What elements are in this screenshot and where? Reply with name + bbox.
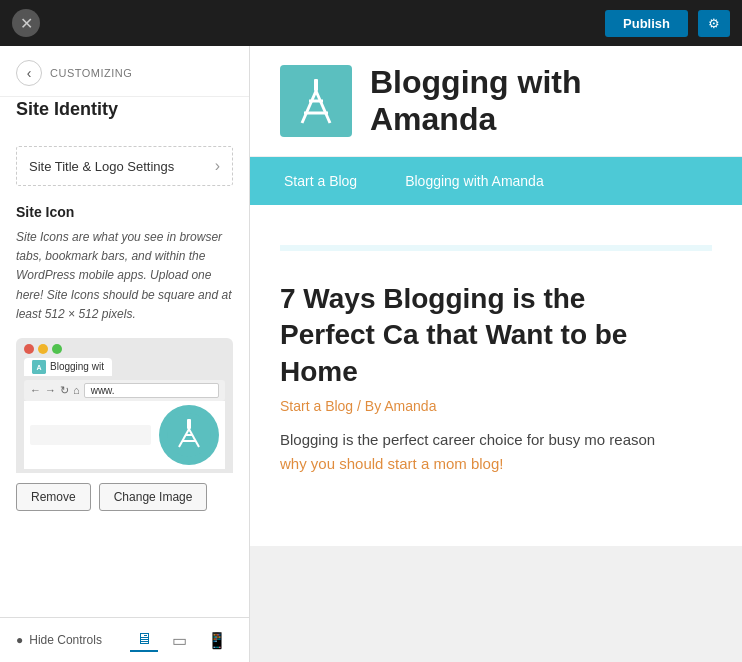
browser-tab-label: Blogging wit [50,361,104,372]
site-title-row-label: Site Title & Logo Settings [29,159,174,174]
close-button[interactable]: ✕ [12,9,40,37]
desktop-view-button[interactable]: 🖥 [130,628,158,652]
browser-nav: ← → ↻ ⌂ www. [24,380,225,401]
change-image-button[interactable]: Change Image [99,483,208,511]
sidebar-title: Site Identity [0,99,249,132]
green-dot [52,344,62,354]
preview-area: Blogging with Amanda Start a Blog Bloggi… [250,46,742,662]
chevron-right-icon: › [215,157,220,175]
browser-tab-favicon: A [32,360,46,374]
yellow-dot [38,344,48,354]
browser-tab-row: A Blogging wit [24,358,225,376]
browser-tab: A Blogging wit [24,358,112,376]
red-dot [24,344,34,354]
nav-item-start-blog[interactable]: Start a Blog [280,173,361,189]
article-card: 7 Ways Blogging is the Perfect Ca that W… [280,251,712,506]
close-icon: ✕ [20,14,33,33]
back-button[interactable]: ‹ [16,60,42,86]
settings-button[interactable]: ⚙ [698,10,730,37]
sidebar-header: ‹ Customizing [0,46,249,97]
browser-mockup: A Blogging wit ← → ↻ ⌂ www. [16,338,233,473]
svg-text:A: A [36,364,41,371]
tower-icon-preview [167,413,211,457]
tablet-view-button[interactable]: ▭ [166,628,193,652]
site-icon-heading: Site Icon [16,204,233,220]
icon-action-buttons: Remove Change Image [16,483,233,511]
home-nav-icon: ⌂ [73,384,80,396]
excerpt-text-start: Blogging is the perfect career choice fo… [280,431,655,448]
refresh-nav-icon: ↻ [60,384,69,397]
back-nav-icon: ← [30,384,41,396]
sidebar-body: Site Title & Logo Settings › Site Icon S… [0,132,249,617]
forward-nav-icon: → [45,384,56,396]
site-icon-preview [159,405,219,465]
nav-item-blogging-amanda[interactable]: Blogging with Amanda [401,173,548,189]
svg-rect-8 [314,79,318,91]
browser-dots [24,344,225,354]
view-modes: 🖥 ▭ 📱 [130,628,233,652]
remove-button[interactable]: Remove [16,483,91,511]
article-excerpt: Blogging is the perfect career choice fo… [280,428,682,476]
top-bar: ✕ Publish ⚙ [0,0,742,46]
hide-controls[interactable]: ● Hide Controls [16,633,102,647]
article-meta: Start a Blog / By Amanda [280,398,682,414]
mobile-icon: 📱 [207,632,227,649]
hide-icon: ● [16,633,23,647]
main-layout: ‹ Customizing Site Identity Site Title &… [0,46,742,662]
desktop-icon: 🖥 [136,630,152,647]
customizing-label: Customizing [50,67,132,79]
mobile-view-button[interactable]: 📱 [201,628,233,652]
publish-button[interactable]: Publish [605,10,688,37]
svg-line-9 [302,91,316,123]
tablet-icon: ▭ [172,632,187,649]
svg-rect-3 [187,419,191,429]
article-title: 7 Ways Blogging is the Perfect Ca that W… [280,281,682,390]
excerpt-link[interactable]: why you should start a mom blog! [280,455,503,472]
browser-content-row [24,401,225,469]
bottom-bar: ● Hide Controls 🖥 ▭ 📱 [0,617,249,662]
browser-address: www. [84,383,219,398]
svg-line-10 [316,91,330,123]
sidebar: ‹ Customizing Site Identity Site Title &… [0,46,250,662]
preview-content: 7 Ways Blogging is the Perfect Ca that W… [250,205,742,546]
hide-controls-label: Hide Controls [29,633,102,647]
site-title-logo-row[interactable]: Site Title & Logo Settings › [16,146,233,186]
preview-site-logo [280,65,352,137]
back-icon: ‹ [27,65,32,81]
preview-site-header: Blogging with Amanda [250,46,742,157]
preview-nav: Start a Blog Blogging with Amanda [250,157,742,205]
site-icon-description: Site Icons are what you see in browser t… [16,228,233,324]
preview-site-name: Blogging with Amanda [370,64,712,138]
logo-tower-icon [290,75,342,127]
